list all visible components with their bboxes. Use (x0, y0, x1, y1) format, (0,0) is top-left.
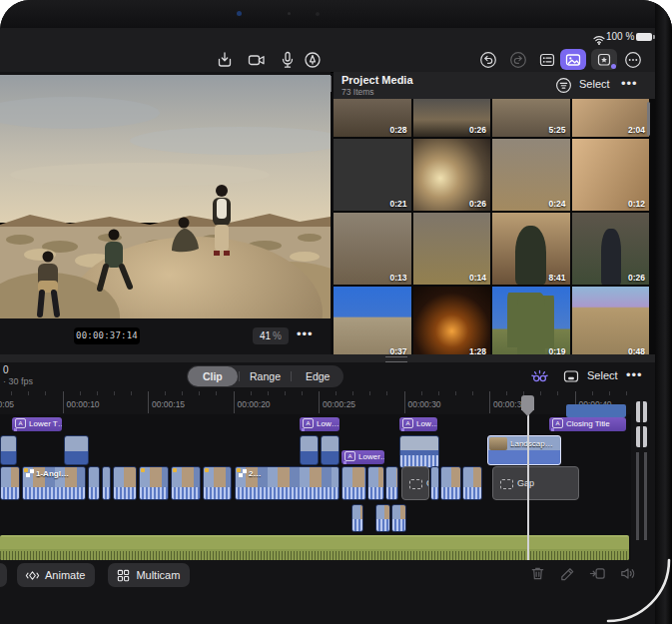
connected-clip[interactable] (399, 435, 439, 468)
import-icon[interactable] (215, 51, 235, 69)
media-thumbnail[interactable]: 1:28 (413, 287, 491, 354)
clip-waveform (352, 519, 362, 531)
audio-track[interactable] (0, 535, 629, 560)
timeline-ruler[interactable]: 00:00:0500:00:1000:00:1500:00:2000:00:25… (0, 391, 631, 413)
timeline-more-icon[interactable] (626, 367, 643, 382)
media-thumbnail[interactable]: 0:48 (572, 287, 650, 354)
storyline-clip[interactable] (171, 466, 201, 500)
record-video-icon[interactable] (247, 51, 267, 69)
media-thumbnail[interactable]: 5:25 (492, 99, 570, 137)
storyline-clip[interactable] (462, 466, 482, 500)
media-select-button[interactable]: Select (579, 78, 610, 90)
track-scroll-block-1[interactable] (636, 401, 647, 422)
media-thumbnail[interactable]: 0:28 (334, 99, 411, 137)
connected-clip[interactable] (321, 435, 339, 465)
viewer-more-icon[interactable] (297, 326, 314, 341)
mode-edge[interactable]: Edge (293, 366, 342, 386)
gap-label: G… (426, 478, 429, 488)
filter-icon[interactable] (555, 77, 572, 94)
storyline-clip[interactable] (113, 466, 137, 500)
clip-marker (24, 468, 28, 472)
more-icon[interactable] (623, 51, 643, 69)
timecode-display[interactable]: 00:00:37:14 (74, 327, 140, 344)
storyline-clip[interactable] (341, 466, 366, 500)
storyline-clip[interactable] (0, 466, 20, 500)
media-thumbnail[interactable]: 0:21 (334, 139, 411, 211)
connected-clip-bar[interactable] (566, 404, 626, 417)
clip-waveform (204, 487, 231, 499)
storyline-clip[interactable] (440, 466, 461, 500)
blade-icon[interactable] (559, 565, 576, 582)
connected-audio-clip[interactable] (391, 504, 406, 532)
clip-thumbnail (489, 437, 507, 450)
title-clip[interactable]: ALow… (399, 417, 437, 431)
storyline-clip[interactable]: 1-Angl… (22, 466, 86, 500)
connected-audio-clip[interactable] (375, 504, 390, 532)
mode-range[interactable]: Range (241, 366, 291, 386)
clip-filmstrip (1, 467, 19, 488)
gap-clip[interactable]: Gap (492, 466, 579, 500)
connected-clip[interactable]: Landscap… (487, 435, 561, 465)
media-thumbnail[interactable]: 2:04 (572, 99, 650, 137)
battery-icon (636, 33, 652, 41)
media-thumbnail[interactable]: 0:12 (572, 139, 650, 211)
footer-edge-button[interactable] (0, 563, 7, 587)
clip-duration: 0:28 (389, 125, 406, 135)
storyline-clip[interactable] (102, 466, 111, 500)
media-panel-title: Project Media (341, 74, 413, 86)
media-browser-icon[interactable] (563, 51, 583, 69)
storyline-clip[interactable] (139, 466, 169, 500)
multicam-button[interactable]: Multicam (108, 563, 190, 587)
storyline-clip[interactable]: 2… (235, 466, 339, 500)
track-scroll-lines[interactable] (636, 452, 647, 540)
storyline-clip[interactable] (430, 466, 439, 500)
ruler-label: 00:00:30 (408, 399, 441, 409)
storyline-clip[interactable] (88, 466, 100, 500)
media-thumbnail[interactable]: 0:26 (413, 139, 491, 211)
media-thumbnail[interactable]: 0:37 (334, 287, 411, 354)
zoom-unit: % (273, 330, 282, 341)
redo-icon[interactable] (508, 51, 528, 69)
title-clip[interactable]: ALow… (300, 417, 339, 431)
title-clip[interactable]: ALower T… (12, 417, 62, 431)
connected-clip[interactable] (64, 435, 89, 465)
media-thumbnail[interactable]: 0:24 (492, 139, 570, 211)
title-clip-label: Lower T… (29, 419, 62, 428)
connected-clip[interactable] (300, 435, 319, 465)
viewer-video-frame[interactable] (0, 75, 331, 318)
media-thumbnail[interactable]: 0:26 (413, 99, 491, 137)
storyline-clip[interactable] (385, 466, 398, 500)
zoom-level-control[interactable]: 41% (253, 327, 289, 344)
delete-icon[interactable] (529, 565, 546, 582)
clip-waveform (140, 487, 168, 499)
clip-marker (205, 468, 209, 472)
media-thumbnail[interactable]: 8:41 (492, 213, 570, 285)
undo-icon[interactable] (478, 51, 498, 69)
track-scroll-block-2[interactable] (636, 426, 647, 447)
magnetic-timeline-icon[interactable] (530, 367, 549, 386)
animate-button[interactable]: Animate (17, 563, 95, 587)
mode-divider (291, 371, 292, 381)
media-thumbnail[interactable]: 0:19 (492, 287, 570, 354)
connected-audio-clip[interactable] (351, 504, 363, 532)
media-scrollbar[interactable] (647, 102, 650, 136)
timeline-select-button[interactable]: Select (587, 369, 618, 381)
gap-clip[interactable]: G… (401, 466, 429, 500)
media-thumbnail[interactable]: 0:14 (413, 213, 491, 285)
apple-pencil-icon[interactable] (303, 51, 323, 69)
title-clip[interactable]: ALower… (341, 450, 384, 464)
storyline-clip[interactable] (203, 466, 232, 500)
connected-clip[interactable] (0, 435, 17, 465)
ruler-minor-tick (540, 391, 541, 395)
storyline-overlay-icon[interactable] (562, 367, 580, 385)
mode-clip[interactable]: Clip (188, 366, 238, 386)
media-more-icon[interactable] (621, 76, 638, 91)
media-thumbnail[interactable]: 0:26 (572, 213, 650, 285)
microphone-icon[interactable] (278, 51, 298, 69)
storyline-clip[interactable] (367, 466, 384, 500)
title-a-badge: A (402, 418, 413, 428)
title-clip[interactable]: AClosing Title (549, 417, 626, 431)
insert-icon[interactable] (589, 565, 606, 582)
browser-list-icon[interactable] (537, 51, 557, 69)
media-thumbnail[interactable]: 0:13 (334, 213, 411, 285)
